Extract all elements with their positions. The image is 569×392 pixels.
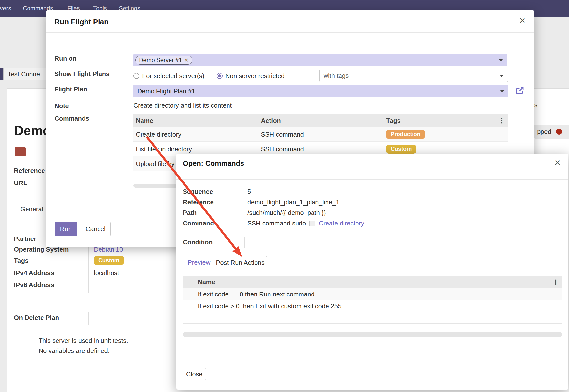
table-row[interactable]: If exit code == 0 then Run next command bbox=[183, 288, 562, 300]
reference-label: Reference bbox=[183, 198, 214, 206]
note-label: Note bbox=[55, 102, 69, 110]
table-header: Name Action Tags ⋮ bbox=[133, 114, 508, 127]
radio-non-server-restricted[interactable] bbox=[217, 73, 223, 79]
ipv4-value: localhost bbox=[94, 269, 119, 277]
column-action: Action bbox=[261, 117, 281, 124]
chevron-down-icon bbox=[500, 75, 504, 77]
remove-tag-icon[interactable]: ✕ bbox=[185, 57, 189, 63]
server-title: Demo bbox=[14, 123, 51, 138]
show-flight-plans-label: Show Flight Plans bbox=[55, 70, 110, 78]
cell-action: SSH command bbox=[261, 145, 304, 153]
cut-primary-button[interactable] bbox=[0, 68, 3, 80]
with-tags-dropdown[interactable]: with tags bbox=[319, 70, 508, 82]
command-value: SSH command sudo bbox=[247, 220, 306, 227]
cancel-button[interactable]: Cancel bbox=[81, 222, 111, 236]
cell-name: Upload file by bbox=[136, 160, 175, 168]
column-name: Name bbox=[198, 278, 215, 286]
kebab-menu-icon[interactable]: ⋮ bbox=[498, 116, 505, 125]
sequence-label: Sequence bbox=[183, 188, 213, 196]
ipv4-label: IPv4 Address bbox=[14, 269, 54, 277]
table-row[interactable]: Create directory SSH command Production bbox=[133, 127, 508, 142]
table-header: Name ⋮ bbox=[183, 276, 562, 288]
form-divider bbox=[244, 237, 245, 248]
external-link-icon[interactable] bbox=[515, 86, 525, 95]
with-tags-placeholder: with tags bbox=[324, 72, 349, 80]
server-tag-label: Demo Server #1 bbox=[139, 57, 182, 64]
cell-name: If exit code > 0 then Exit with custom e… bbox=[198, 302, 341, 310]
close-icon[interactable]: ✕ bbox=[519, 17, 526, 25]
chevron-down-icon bbox=[500, 90, 504, 92]
cell-name: List files in directory bbox=[136, 145, 192, 153]
flight-plan-value: Demo Flight Plan #1 bbox=[137, 87, 195, 95]
flight-plan-select[interactable]: Demo Flight Plan #1 bbox=[133, 85, 508, 97]
condition-label: Condition bbox=[183, 238, 213, 246]
kebab-menu-icon[interactable]: ⋮ bbox=[552, 278, 559, 286]
tags-label: Tags bbox=[14, 257, 28, 265]
radio-for-selected-servers[interactable] bbox=[133, 73, 139, 79]
tag-production-badge: Production bbox=[386, 130, 425, 139]
checkbox[interactable] bbox=[309, 221, 315, 226]
cell-name: If exit code == 0 then Run next command bbox=[198, 290, 315, 298]
tag-custom-badge: Custom bbox=[386, 145, 416, 154]
run-button[interactable]: Run bbox=[55, 222, 77, 236]
radio-for-selected-servers-label[interactable]: For selected server(s) bbox=[142, 72, 204, 80]
open-commands-modal: Open: Commands ✕ Sequence 5 Reference de… bbox=[176, 154, 568, 390]
modal-title: Run Flight Plan bbox=[55, 18, 109, 26]
tab-post-run-actions[interactable]: Post Run Actions bbox=[214, 256, 267, 269]
path-label: Path bbox=[183, 209, 197, 217]
modal-header-divider bbox=[46, 32, 534, 33]
close-icon[interactable]: ✕ bbox=[554, 159, 561, 167]
menu-servers[interactable]: vers bbox=[0, 5, 11, 12]
modal-title: Open: Commands bbox=[183, 159, 244, 168]
table-row[interactable]: If exit code > 0 then Exit with custom e… bbox=[183, 300, 562, 312]
ipv6-label: IPv6 Address bbox=[14, 281, 54, 289]
command-link[interactable]: Create directory bbox=[319, 220, 364, 227]
screen: vers Commands Files Tools Settings Test … bbox=[0, 0, 569, 392]
status-badge: pped bbox=[534, 125, 569, 139]
commands-label: Commands bbox=[55, 115, 89, 122]
test-connection-button[interactable]: Test Conne bbox=[3, 68, 47, 80]
cell-name: Create directory bbox=[136, 130, 181, 138]
on-delete-plan-label: On Delete Plan bbox=[14, 314, 59, 322]
color-swatch[interactable] bbox=[15, 147, 26, 156]
reference-label: Reference bbox=[14, 167, 45, 175]
cell-action: SSH command bbox=[261, 130, 304, 138]
command-label: Command bbox=[183, 220, 214, 227]
form-divider bbox=[88, 312, 89, 325]
reference-value: demo_flight_plan_1_plan_line_1 bbox=[247, 198, 339, 206]
chevron-down-icon bbox=[499, 59, 503, 61]
unit-test-note-line2: No variables are defined. bbox=[39, 347, 110, 355]
status-text: pped bbox=[537, 128, 551, 136]
server-tag-chip[interactable]: Demo Server #1 ✕ bbox=[135, 56, 192, 65]
run-on-tags-field[interactable]: Demo Server #1 ✕ bbox=[133, 54, 507, 66]
radio-non-server-restricted-label[interactable]: Non server restricted bbox=[225, 72, 284, 80]
column-name: Name bbox=[136, 117, 153, 124]
note-value: Create directory and list its content bbox=[133, 102, 232, 109]
partner-label: Partner bbox=[14, 235, 36, 243]
tab-general[interactable]: General bbox=[15, 201, 47, 217]
url-label: URL bbox=[14, 179, 27, 187]
path-value: /such/much/{{ demo_path }} bbox=[247, 209, 326, 217]
modal-header-divider bbox=[176, 179, 568, 180]
sequence-value: 5 bbox=[247, 188, 251, 196]
status-stopped-dot bbox=[556, 129, 562, 135]
tag-custom-badge: Custom bbox=[94, 256, 124, 265]
unit-test-note-line1: This server is used in unit tests. bbox=[39, 337, 128, 345]
column-tags: Tags bbox=[386, 117, 401, 124]
card-divider bbox=[529, 112, 569, 112]
post-run-actions-table: Name ⋮ If exit code == 0 then Run next c… bbox=[183, 276, 562, 324]
run-on-label: Run on bbox=[55, 55, 77, 62]
tab-preview[interactable]: Preview bbox=[188, 259, 210, 266]
empty-row bbox=[183, 312, 562, 324]
close-button[interactable]: Close bbox=[183, 368, 206, 380]
command-value-row: SSH command sudo Create directory bbox=[247, 220, 364, 227]
flight-plan-label: Flight Plan bbox=[55, 85, 87, 93]
horizontal-scrollbar[interactable] bbox=[183, 332, 562, 337]
